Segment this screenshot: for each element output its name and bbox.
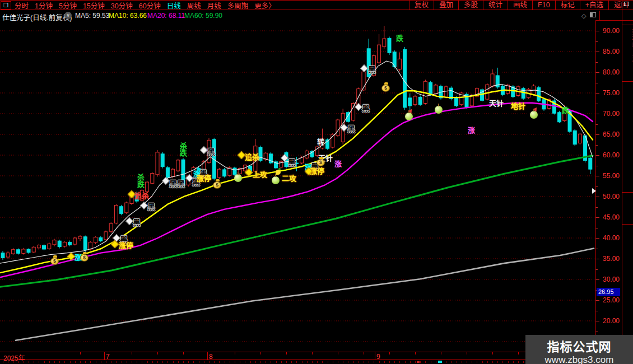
candle-body <box>285 153 288 167</box>
subpane-tick <box>111 361 111 363</box>
axis-tick <box>595 72 599 73</box>
subpane-tick <box>225 361 225 363</box>
subpane-tick <box>59 361 60 363</box>
date-minor-tick <box>286 352 287 354</box>
candle-body <box>336 120 339 136</box>
subpane-tick <box>472 361 472 363</box>
subpane-tick <box>101 361 101 363</box>
period-toolbar: ❐ 分时1分钟5分钟15分钟30分钟60分钟日线周线月线多周期更多〉 复权叠加多… <box>0 0 633 10</box>
candle-body <box>151 174 154 184</box>
menu-button-多股[interactable]: 多股 <box>458 1 483 10</box>
period-tab-60分钟[interactable]: 60分钟 <box>139 0 161 11</box>
subpane-tick <box>281 361 282 363</box>
period-tab-多周期[interactable]: 多周期 <box>227 0 249 11</box>
period-tab-日线[interactable]: 日线 <box>167 0 181 11</box>
subpane-tick <box>245 361 245 363</box>
menu-button-F10[interactable]: F10 <box>532 1 555 10</box>
subpane-tick <box>24 361 24 363</box>
chevron-down-icon[interactable]: ∨ <box>64 12 72 19</box>
candle-body <box>202 161 206 174</box>
candle-body <box>372 55 375 76</box>
chart-canvas[interactable] <box>0 21 595 352</box>
date-minor-tick <box>183 352 184 354</box>
period-tab-分时[interactable]: 分时 <box>15 0 29 11</box>
candle-body <box>161 154 164 167</box>
candle-body <box>53 240 56 245</box>
candle-body <box>181 160 185 186</box>
date-minor-tick <box>312 352 313 354</box>
subpane-tick <box>446 361 446 363</box>
period-tab-周线[interactable]: 周线 <box>187 0 201 11</box>
panel-icon[interactable] <box>590 12 596 17</box>
date-minor-tick <box>389 352 390 354</box>
period-tab-更多〉[interactable]: 更多〉 <box>254 0 276 11</box>
subpane-tick <box>188 361 189 363</box>
period-tab-月线[interactable]: 月线 <box>207 0 221 11</box>
price-label: 45.00 <box>603 213 620 221</box>
axis-tick <box>595 176 599 176</box>
subpane-tick <box>502 361 503 363</box>
subpane-tick <box>183 361 184 363</box>
candle-body <box>295 163 298 164</box>
watermark: 指标公式网 www.zbgs3.com <box>525 335 633 364</box>
subpane-tick <box>399 361 400 363</box>
subpane-tick <box>302 361 302 363</box>
subpane-tick <box>219 361 220 363</box>
price-label: 80.00 <box>603 68 620 76</box>
candle-body <box>11 250 15 254</box>
menu-button-+自选[interactable]: +自选 <box>580 1 608 10</box>
subpane-tick <box>322 361 323 363</box>
candle-body <box>120 207 123 214</box>
menu-button-叠加[interactable]: 叠加 <box>434 1 458 10</box>
subpane-tick <box>508 361 509 363</box>
right-panel-strip[interactable]: 指标收自选1111111111 <box>622 0 633 364</box>
period-tab-1分钟[interactable]: 1分钟 <box>35 0 53 11</box>
subpane-tick <box>359 361 359 363</box>
subpane-tick <box>296 361 297 363</box>
diamond-icon[interactable]: ◇ <box>581 12 586 20</box>
month-label: 7 <box>106 353 110 361</box>
period-tab-15分钟[interactable]: 15分钟 <box>83 0 105 11</box>
subpane-tick <box>8 361 8 363</box>
axis-minor-tick <box>595 311 598 311</box>
candlestick-chart[interactable]: $涨$黑涨停黑黑杀跌追杀黑黑杀跌黑黑涨黑涨停$追杀上攻二攻黑转天针涨黑$涨停涨黑… <box>0 21 595 352</box>
subpane-tick <box>152 361 153 363</box>
menu-button-复权[interactable]: 复权 <box>409 1 434 10</box>
restore-window-icon[interactable] <box>624 2 629 6</box>
axis-tick <box>595 321 599 321</box>
candle-body <box>491 74 494 86</box>
candle-body <box>367 49 370 77</box>
subpane-tick <box>85 361 86 363</box>
candle-body <box>22 249 25 253</box>
candle-body <box>537 87 541 101</box>
menu-button-标记[interactable]: 标记 <box>555 1 580 10</box>
axis-tick <box>595 134 599 135</box>
subpane-tick <box>173 361 174 363</box>
menu-button-统计[interactable]: 统计 <box>483 1 508 10</box>
price-label: 55.00 <box>603 172 620 180</box>
subpane-tick <box>167 361 168 363</box>
split-window-icon[interactable]: ❐ <box>1 1 11 10</box>
stock-chart-app: ❐ 分时1分钟5分钟15分钟30分钟60分钟日线周线月线多周期更多〉 复权叠加多… <box>0 0 633 364</box>
axis-minor-tick <box>595 249 598 249</box>
subpane-tick <box>18 361 19 363</box>
period-tab-30分钟[interactable]: 30分钟 <box>111 0 133 11</box>
right-menu: 复权叠加多股统计画线F10标记+自选返回 <box>409 1 633 10</box>
period-tab-5分钟[interactable]: 5分钟 <box>59 0 77 11</box>
subpane-tick <box>49 361 50 363</box>
subpane-tick <box>312 361 313 363</box>
date-minor-tick <box>518 352 519 354</box>
menu-button-画线[interactable]: 画线 <box>508 1 532 10</box>
subpane-tick <box>132 361 132 363</box>
subpane-tick <box>137 361 137 363</box>
axis-tick <box>595 217 599 218</box>
candle-body <box>171 169 175 176</box>
subpane-tick <box>13 361 13 363</box>
subpane-tick <box>260 361 261 363</box>
candle-body <box>589 158 592 169</box>
subpane-tick <box>199 361 199 363</box>
axis-minor-tick <box>595 186 598 187</box>
candle-body <box>522 88 525 99</box>
subpane-tick <box>75 361 76 363</box>
candle-body <box>73 238 77 244</box>
